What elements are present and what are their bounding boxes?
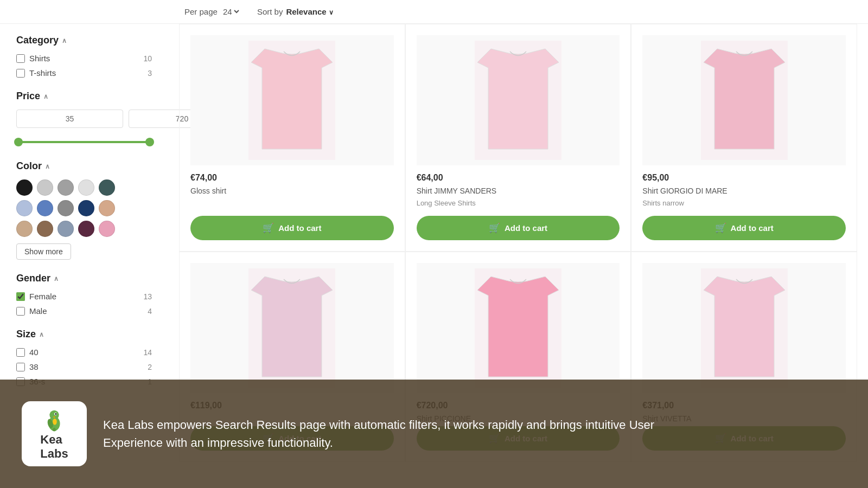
price-min-input[interactable] bbox=[16, 110, 123, 128]
color-swatch-0[interactable] bbox=[16, 179, 33, 196]
kea-logo-name: KeaLabs bbox=[40, 433, 68, 461]
price-title[interactable]: Price ∧ bbox=[16, 91, 152, 102]
sort-by-control: Sort by Relevance ∨ bbox=[257, 7, 334, 16]
category-checkbox-tshirts[interactable] bbox=[16, 69, 25, 78]
size-filter: Size ∧ 40 14 38 2 bbox=[16, 329, 152, 386]
product-card: €64,00Shirt JIMMY SANDERSLong Sleeve Shi… bbox=[405, 24, 631, 252]
product-name-2: Shirt GIORGIO DI MARE bbox=[642, 186, 846, 197]
product-name-1: Shirt JIMMY SANDERS bbox=[417, 186, 620, 197]
gender-count-female: 13 bbox=[143, 292, 152, 301]
parrot-icon bbox=[35, 407, 73, 433]
size-title[interactable]: Size ∧ bbox=[16, 329, 152, 340]
color-swatch-8[interactable] bbox=[78, 200, 94, 216]
gender-title[interactable]: Gender ∧ bbox=[16, 273, 152, 284]
kea-logo: KeaLabs bbox=[22, 401, 87, 466]
product-price-1: €64,00 bbox=[417, 173, 620, 183]
product-price-2: €95,00 bbox=[642, 173, 846, 183]
color-swatch-10[interactable] bbox=[16, 221, 33, 237]
color-swatch-2[interactable] bbox=[58, 179, 74, 196]
shirt-illustration-4 bbox=[475, 268, 561, 388]
gender-checkbox-female[interactable] bbox=[16, 292, 25, 301]
add-to-cart-button-0[interactable]: 🛒Add to cart bbox=[190, 216, 394, 240]
slider-thumb-left[interactable] bbox=[14, 138, 23, 146]
per-page-label: Per page bbox=[184, 7, 218, 16]
product-sub-2: Shirts narrow bbox=[642, 199, 846, 207]
shirt-illustration-1 bbox=[475, 41, 561, 160]
size-checkbox-38[interactable] bbox=[16, 363, 25, 371]
category-item-tshirts: T-shirts 3 bbox=[16, 68, 152, 78]
add-to-cart-button-1[interactable]: 🛒Add to cart bbox=[417, 216, 620, 240]
color-filter: Color ∧ Show more bbox=[16, 160, 152, 260]
color-swatch-13[interactable] bbox=[78, 221, 94, 237]
slider-thumb-right[interactable] bbox=[145, 138, 154, 146]
svg-point-7 bbox=[49, 410, 59, 420]
color-swatch-5[interactable] bbox=[16, 200, 33, 216]
size-count-38: 2 bbox=[148, 363, 152, 371]
gender-checkbox-male[interactable] bbox=[16, 307, 25, 316]
shirt-illustration-5 bbox=[701, 268, 788, 388]
product-sub-1: Long Sleeve Shirts bbox=[417, 199, 620, 207]
color-caret-icon: ∧ bbox=[45, 163, 50, 170]
product-image-3 bbox=[190, 263, 394, 393]
shirt-illustration-3 bbox=[248, 268, 335, 388]
product-card: €74,00Gloss shirt🛒Add to cart bbox=[179, 24, 405, 252]
color-swatch-1[interactable] bbox=[37, 179, 53, 196]
color-swatch-14[interactable] bbox=[99, 221, 115, 237]
cart-icon: 🛒 bbox=[489, 222, 500, 234]
color-swatch-11[interactable] bbox=[37, 221, 53, 237]
per-page-select[interactable]: 24 48 96 bbox=[221, 7, 241, 17]
price-slider[interactable] bbox=[18, 137, 150, 147]
product-image-4 bbox=[417, 263, 620, 393]
category-title[interactable]: Category ∧ bbox=[16, 35, 152, 46]
gender-caret-icon: ∧ bbox=[54, 275, 59, 282]
sort-by-label: Sort by bbox=[257, 7, 283, 16]
color-swatch-7[interactable] bbox=[58, 200, 74, 216]
price-filter: Price ∧ bbox=[16, 91, 152, 147]
category-checkbox-shirts[interactable] bbox=[16, 54, 25, 63]
color-swatches-grid bbox=[16, 179, 152, 237]
chevron-down-icon: ∨ bbox=[329, 9, 334, 16]
category-count-tshirts: 3 bbox=[148, 69, 152, 78]
top-bar: Per page 24 48 96 Sort by Relevance ∨ bbox=[0, 0, 868, 24]
product-card: €95,00Shirt GIORGIO DI MAREShirts narrow… bbox=[631, 24, 857, 252]
product-image-2 bbox=[642, 35, 846, 165]
cart-icon: 🛒 bbox=[263, 222, 274, 234]
price-caret-icon: ∧ bbox=[43, 93, 48, 100]
per-page-control: Per page 24 48 96 bbox=[184, 7, 241, 17]
sort-by-value[interactable]: Relevance ∨ bbox=[286, 7, 333, 16]
svg-point-9 bbox=[55, 413, 56, 415]
color-title[interactable]: Color ∧ bbox=[16, 160, 152, 172]
product-name-0: Gloss shirt bbox=[190, 186, 394, 197]
size-count-40: 14 bbox=[143, 348, 152, 357]
bottom-overlay: KeaLabs Kea Labs empowers Search Results… bbox=[0, 380, 868, 488]
category-item-shirts: Shirts 10 bbox=[16, 54, 152, 63]
product-image-5 bbox=[642, 263, 846, 393]
product-price-0: €74,00 bbox=[190, 173, 394, 183]
color-swatch-3[interactable] bbox=[78, 179, 94, 196]
page-wrapper: Per page 24 48 96 Sort by Relevance ∨ Ca… bbox=[0, 0, 868, 488]
size-caret-icon: ∧ bbox=[39, 331, 44, 338]
svg-point-11 bbox=[53, 419, 57, 425]
shirt-illustration-0 bbox=[248, 41, 335, 160]
color-swatch-9[interactable] bbox=[99, 200, 115, 216]
gender-filter: Gender ∧ Female 13 Male 4 bbox=[16, 273, 152, 316]
category-filter: Category ∧ Shirts 10 T-shirts 3 bbox=[16, 35, 152, 78]
gender-item-female: Female 13 bbox=[16, 292, 152, 301]
size-item-38: 38 2 bbox=[16, 362, 152, 371]
size-item-40: 40 14 bbox=[16, 348, 152, 357]
category-caret-icon: ∧ bbox=[62, 37, 67, 44]
gender-count-male: 4 bbox=[148, 307, 152, 316]
add-to-cart-button-2[interactable]: 🛒Add to cart bbox=[642, 216, 846, 240]
cart-icon: 🛒 bbox=[715, 222, 726, 234]
slider-fill bbox=[18, 141, 150, 143]
shirt-illustration-2 bbox=[701, 41, 788, 160]
product-image-0 bbox=[190, 35, 394, 165]
size-checkbox-40[interactable] bbox=[16, 348, 25, 357]
color-swatch-4[interactable] bbox=[99, 179, 115, 196]
color-swatch-12[interactable] bbox=[58, 221, 74, 237]
color-swatch-6[interactable] bbox=[37, 200, 53, 216]
category-count-shirts: 10 bbox=[143, 54, 152, 63]
gender-item-male: Male 4 bbox=[16, 306, 152, 316]
product-image-1 bbox=[417, 35, 620, 165]
show-more-button[interactable]: Show more bbox=[16, 243, 71, 260]
